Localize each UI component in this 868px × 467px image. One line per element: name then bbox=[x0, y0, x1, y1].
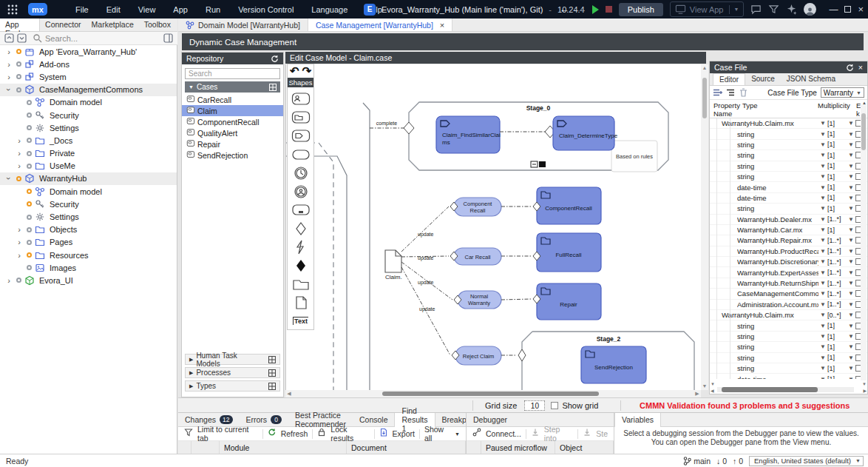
case-file-row[interactable]: string▼[1]▼ bbox=[710, 363, 867, 374]
type-dropdown-icon[interactable]: ▼ bbox=[818, 258, 827, 265]
minimize-button[interactable]: — bbox=[829, 4, 838, 15]
exit-criterion-icon[interactable] bbox=[291, 258, 311, 273]
type-dropdown-icon[interactable]: ▼ bbox=[818, 269, 827, 276]
tree-item-domain-model[interactable]: Domain model bbox=[0, 96, 177, 109]
column-multiplicity[interactable]: Multiplicity bbox=[818, 101, 850, 110]
toolbar-button-connect-[interactable]: Connect... bbox=[472, 428, 521, 440]
type-dropdown-icon[interactable]: ▼ bbox=[818, 163, 827, 169]
type-dropdown-icon[interactable]: ▼ bbox=[818, 248, 827, 255]
close-panel-icon[interactable]: × bbox=[858, 63, 863, 72]
toolbar-button-ste[interactable]: Ste bbox=[583, 428, 608, 440]
milestone-icon[interactable] bbox=[291, 147, 311, 162]
tree-item-private[interactable]: ›Private bbox=[0, 147, 177, 160]
grid-size-input[interactable]: 10 bbox=[524, 400, 545, 411]
feedback-icon[interactable] bbox=[750, 4, 762, 15]
chevron-right-icon[interactable]: › bbox=[4, 60, 13, 69]
stage-0-marker[interactable] bbox=[539, 161, 546, 167]
incoming-changes[interactable]: ↓ 0 bbox=[716, 457, 727, 466]
tree-item-warrantyhub[interactable]: ›WarrantyHub bbox=[0, 172, 177, 185]
multiplicity-dropdown-icon[interactable]: ▼ bbox=[847, 365, 855, 372]
run-button[interactable] bbox=[592, 5, 599, 14]
case-file-tab-source[interactable]: Source bbox=[745, 73, 781, 85]
section-types[interactable]: ▶Types bbox=[185, 380, 280, 392]
case-file-row[interactable]: date-time▼[1]▼ bbox=[710, 193, 867, 204]
multiplicity-dropdown-icon[interactable]: ▼ bbox=[847, 237, 855, 243]
case-file-type-select[interactable]: Warranty▼ bbox=[821, 87, 864, 98]
case-task-icon[interactable] bbox=[291, 110, 311, 125]
folder-shape-icon[interactable] bbox=[291, 276, 311, 292]
publish-button[interactable]: Publish bbox=[619, 3, 663, 16]
avatar[interactable] bbox=[804, 3, 816, 16]
tree-item-evora-ui[interactable]: ›Evora_UI bbox=[0, 274, 177, 286]
case-file-vertical-scrollbar[interactable] bbox=[861, 104, 867, 380]
tab-domain-model[interactable]: Domain Model [WarrantyHub] bbox=[178, 19, 308, 31]
multiplicity-dropdown-icon[interactable]: ▼ bbox=[847, 312, 855, 318]
canvas-vertical-scrollbar[interactable]: ▲ ▼ bbox=[701, 64, 708, 390]
tab-debugger[interactable]: Debugger bbox=[467, 413, 514, 427]
type-dropdown-icon[interactable]: ▼ bbox=[818, 290, 827, 297]
case-file-row[interactable]: string▼[1]▼ bbox=[710, 161, 867, 172]
type-dropdown-icon[interactable]: ▼ bbox=[818, 184, 827, 191]
toolbar-button-refresh[interactable]: Refresh bbox=[268, 428, 308, 440]
multiplicity-dropdown-icon[interactable]: ▼ bbox=[847, 205, 855, 212]
tree-item-system[interactable]: ›System bbox=[0, 70, 177, 83]
multiplicity-dropdown-icon[interactable]: ▼ bbox=[847, 184, 855, 191]
case-file-row[interactable]: string▼[1]▼ bbox=[710, 353, 867, 363]
process-task-icon[interactable] bbox=[291, 128, 311, 144]
case-file-row[interactable]: string▼[1]▼ bbox=[710, 150, 867, 161]
multiplicity-dropdown-icon[interactable]: ▼ bbox=[847, 152, 855, 158]
tree-item-resources[interactable]: ›Resources bbox=[0, 249, 177, 261]
outgoing-changes[interactable]: ↑ 0 bbox=[733, 457, 743, 466]
table-scroll-left-icon[interactable]: ◀ bbox=[711, 388, 714, 393]
scroll-left-icon[interactable]: ◀ bbox=[285, 390, 293, 397]
type-dropdown-icon[interactable]: ▼ bbox=[818, 173, 827, 180]
chevron-right-icon[interactable]: › bbox=[4, 73, 13, 81]
type-dropdown-icon[interactable]: ▼ bbox=[818, 323, 827, 329]
multiplicity-dropdown-icon[interactable]: ▼ bbox=[847, 269, 855, 276]
toolbar-button-export[interactable]: Export bbox=[379, 428, 415, 440]
multiplicity-dropdown-icon[interactable]: ▼ bbox=[847, 376, 855, 379]
close-tab-icon[interactable]: × bbox=[440, 21, 444, 30]
multiplicity-dropdown-icon[interactable]: ▼ bbox=[847, 343, 855, 350]
close-button[interactable]: × bbox=[858, 4, 864, 15]
case-file-row[interactable]: string▼[1]▼ bbox=[710, 172, 867, 182]
canvas-horizontal-scrollbar[interactable]: ◀ ▶ bbox=[285, 390, 701, 397]
document-shape-icon[interactable] bbox=[291, 295, 311, 310]
stage-icon[interactable] bbox=[291, 202, 311, 218]
tab-case-management[interactable]: Case Management [WarrantyHub] × bbox=[308, 19, 452, 31]
type-dropdown-icon[interactable]: ▼ bbox=[818, 205, 827, 212]
multiplicity-dropdown-icon[interactable]: ▼ bbox=[847, 131, 855, 138]
case-file-tab-json-schema[interactable]: JSON Schema bbox=[781, 73, 841, 85]
tree-item-settings[interactable]: Settings bbox=[0, 210, 177, 223]
multiplicity-dropdown-icon[interactable]: ▼ bbox=[847, 248, 855, 255]
show-grid-checkbox[interactable] bbox=[551, 402, 558, 409]
tree-item-useme[interactable]: ›UseMe bbox=[0, 160, 177, 172]
case-model-canvas[interactable]: Stage_0 Based on rules complete Claim_Fi… bbox=[285, 64, 701, 390]
case-file-row[interactable]: string▼[1]▼ bbox=[710, 140, 867, 150]
tree-item-settings[interactable]: Settings bbox=[0, 121, 177, 134]
undo-icon[interactable]: ↶ bbox=[290, 64, 299, 78]
tab-variables[interactable]: Variables bbox=[614, 413, 661, 427]
case-item-componentrecall[interactable]: ComponentRecall bbox=[182, 116, 283, 127]
tree-item-objects[interactable]: ›Objects bbox=[0, 224, 177, 236]
case-file-row[interactable]: WarrantyHub.Repair.mx▼[1..*]▼ bbox=[710, 235, 867, 246]
tree-item-security[interactable]: Security bbox=[0, 109, 177, 121]
case-file-row[interactable]: string▼[1]▼ bbox=[710, 129, 867, 139]
case-file-horizontal-scrollbar[interactable] bbox=[717, 387, 854, 392]
multiplicity-dropdown-icon[interactable]: ▼ bbox=[847, 173, 855, 180]
add-nested-row-icon[interactable] bbox=[726, 88, 736, 97]
case-file-row[interactable]: WarrantyHub.Claim.mx▼[1]▼ bbox=[710, 118, 867, 129]
case-item-claim[interactable]: Claim bbox=[182, 105, 283, 116]
multiplicity-dropdown-icon[interactable]: ▼ bbox=[847, 216, 855, 223]
forward-button[interactable]: → bbox=[576, 4, 586, 15]
multiplicity-dropdown-icon[interactable]: ▼ bbox=[847, 163, 855, 169]
toolbar-button-lock-results[interactable]: Lock results bbox=[317, 425, 369, 443]
chevron-down-icon[interactable]: › bbox=[4, 85, 13, 94]
case-file-row[interactable]: WarrantyHub.DiscretionaryItemI▼[1..*]▼ bbox=[710, 257, 867, 267]
chevron-right-icon[interactable]: › bbox=[15, 225, 24, 234]
case-file-row[interactable]: date-time▼[1]▼ bbox=[710, 182, 867, 192]
chevron-down-icon[interactable]: › bbox=[4, 174, 13, 183]
column-document[interactable]: Document bbox=[351, 443, 387, 452]
entry-criterion-icon[interactable] bbox=[291, 221, 311, 236]
case-file-row[interactable]: WarrantyHub.Dealer.mx▼[1..*]▼ bbox=[710, 215, 867, 225]
